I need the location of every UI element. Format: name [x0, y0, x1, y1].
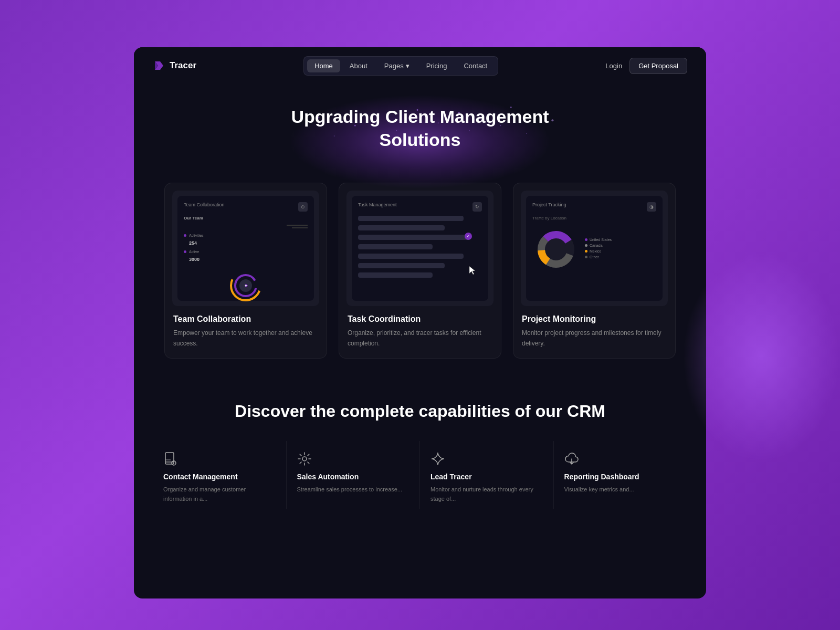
- card3-title: Project Monitoring: [522, 314, 667, 324]
- nav-pricing[interactable]: Pricing: [419, 59, 455, 72]
- feature-contact-management: Contact Management Organize and manage c…: [153, 441, 287, 509]
- stat-activities: Activities: [184, 234, 308, 237]
- feature-sales-automation: Sales Automation Streamline sales proces…: [287, 441, 421, 509]
- bar4: [358, 244, 433, 249]
- sparkle-icon: [430, 452, 445, 466]
- legend-dot-other: [585, 256, 587, 258]
- feature2-name: Sales Automation: [297, 472, 410, 481]
- stat-activities-value: 254: [189, 240, 308, 246]
- navbar: Tracer Home About Pages ▾ Pricing Contac…: [134, 47, 706, 84]
- feature1-desc: Organize and manage customer information…: [163, 485, 276, 503]
- card3-content: Project Monitoring Monitor project progr…: [513, 306, 675, 358]
- nav-links: Home About Pages ▾ Pricing Contact: [303, 56, 498, 76]
- logo-text: Tracer: [170, 60, 196, 71]
- login-button[interactable]: Login: [605, 62, 622, 70]
- cards-section: Team Collaboration ⊙ Our Team Activities…: [134, 167, 706, 379]
- card1-desc: Empower your team to work together and a…: [173, 328, 318, 348]
- get-proposal-button[interactable]: Get Proposal: [629, 58, 687, 74]
- feature4-desc: Visualize key metrics and...: [564, 485, 677, 495]
- bar1: [358, 216, 464, 221]
- team-collaboration-card: Team Collaboration ⊙ Our Team Activities…: [164, 183, 327, 358]
- logo-icon: [153, 59, 165, 72]
- legend-us: United States: [585, 238, 612, 242]
- card2-desc: Organize, prioritize, and tracer tasks f…: [348, 328, 492, 348]
- legend-dot-canada: [585, 244, 587, 247]
- bar5: [358, 254, 464, 259]
- card3-desc: Monitor project progress and milestones …: [522, 328, 667, 348]
- traffic-label: Traffic by Location: [532, 216, 656, 220]
- mini-donut: ✦: [184, 267, 308, 304]
- feature-lead-tracer: Lead Tracer Monitor and nurture leads th…: [420, 441, 554, 509]
- nav-about[interactable]: About: [342, 59, 375, 72]
- feature3-name: Lead Tracer: [430, 472, 543, 481]
- menu-line: [292, 227, 308, 228]
- nav-center: Home About Pages ▾ Pricing Contact: [196, 56, 605, 76]
- team-collaboration-preview: Team Collaboration ⊙ Our Team Activities…: [172, 191, 319, 306]
- menu-line: [287, 225, 308, 226]
- stat-active-value: 3000: [189, 257, 308, 262]
- legend-dot-mexico: [585, 250, 587, 253]
- card2-icon: ↻: [472, 202, 482, 212]
- stat-dot: [184, 234, 186, 237]
- stat-dot: [184, 250, 186, 253]
- card3-icon: ◑: [647, 202, 656, 212]
- card2-content: Task Coordination Organize, prioritize, …: [339, 306, 501, 358]
- svg-text:✦: ✦: [244, 284, 248, 288]
- card1-preview-label: Team Collaboration: [184, 202, 225, 207]
- main-window: Tracer Home About Pages ▾ Pricing Contac…: [134, 47, 706, 598]
- feature2-desc: Streamline sales processes to increase..…: [297, 485, 410, 495]
- bar7: [358, 272, 433, 278]
- card1-title: Team Collaboration: [173, 314, 318, 324]
- chart-area: United States Canada Mexico: [532, 226, 656, 273]
- nav-home[interactable]: Home: [307, 59, 340, 72]
- stat-active: Active: [184, 250, 308, 254]
- bar3: ✓: [358, 235, 469, 240]
- capabilities-title: Discover the complete capabilities of ou…: [153, 401, 687, 423]
- legend-mexico: Mexico: [585, 249, 612, 253]
- book-icon: [163, 452, 178, 466]
- bar6: [358, 263, 445, 268]
- active-dot: ✓: [465, 233, 472, 240]
- legend-other: Other: [585, 255, 612, 259]
- feature3-desc: Monitor and nurture leads through every …: [430, 485, 543, 503]
- card1-icon: ⊙: [298, 202, 308, 212]
- project-tracking-card: Project Tracking ◑ Traffic by Location: [513, 183, 676, 358]
- project-tracking-preview: Project Tracking ◑ Traffic by Location: [521, 191, 668, 306]
- bottom-section: Discover the complete capabilities of ou…: [134, 380, 706, 525]
- card3-preview-label: Project Tracking: [532, 202, 566, 207]
- legend-dot-us: [585, 238, 587, 241]
- feature1-name: Contact Management: [163, 472, 276, 481]
- cursor-icon: [468, 265, 477, 278]
- feature-reporting: Reporting Dashboard Visualize key metric…: [554, 441, 688, 509]
- svg-point-29: [302, 457, 307, 461]
- task-management-preview: Task Management ↻ ✓: [346, 191, 494, 306]
- card2-title: Task Coordination: [348, 314, 492, 324]
- hero-side-right: [622, 84, 706, 167]
- chevron-down-icon: ▾: [406, 62, 410, 70]
- hero-side-left: [134, 84, 218, 167]
- bar2: [358, 225, 445, 230]
- nav-pages[interactable]: Pages ▾: [377, 59, 417, 72]
- gear-icon: [297, 452, 312, 466]
- task-management-card: Task Management ↻ ✓: [339, 183, 501, 358]
- features-grid: Contact Management Organize and manage c…: [153, 441, 687, 509]
- hero-title: Upgrading Client Management Solutions: [284, 105, 556, 151]
- card2-preview-label: Task Management: [358, 202, 397, 207]
- cloud-icon: [564, 452, 579, 466]
- logo-area: Tracer: [153, 59, 196, 72]
- hero-section: Upgrading Client Management Solutions: [134, 84, 706, 167]
- nav-right: Login Get Proposal: [605, 58, 687, 74]
- card1-content: Team Collaboration Empower your team to …: [165, 306, 327, 358]
- legend-canada: Canada: [585, 244, 612, 247]
- card1-inner-heading: Our Team: [184, 216, 308, 220]
- task-bars: ✓: [358, 216, 482, 278]
- chart-legend: United States Canada Mexico: [585, 238, 612, 261]
- feature4-name: Reporting Dashboard: [564, 472, 677, 481]
- nav-contact[interactable]: Contact: [456, 59, 495, 72]
- svg-point-26: [545, 239, 566, 260]
